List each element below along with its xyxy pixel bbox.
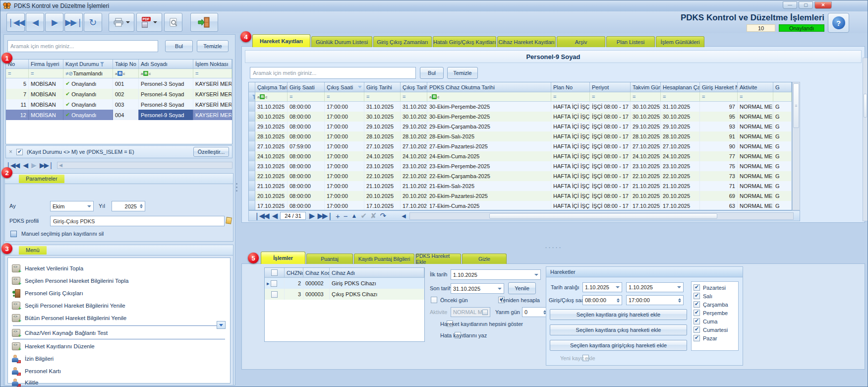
filter-cell[interactable]: ≠ ⊘ Tamamlandı xyxy=(63,69,113,78)
time-in-spinner-arrows[interactable] xyxy=(617,298,620,303)
filter-cell[interactable]: = xyxy=(193,69,232,78)
pager-append-icon[interactable]: + xyxy=(336,212,340,220)
add-exit-movement-button[interactable]: Seçilen kayıtlara çıkış hareketi ekle xyxy=(550,324,687,335)
row-handle[interactable] xyxy=(249,131,255,141)
column-header-10[interactable]: Hesaplanan Çalışma xyxy=(661,82,700,92)
menu-item-7[interactable]: Hareket Kayıtlarını Düzenle xyxy=(12,341,226,352)
last-date-caret[interactable] xyxy=(498,288,502,290)
equals-filter-icon[interactable]: = xyxy=(289,94,292,100)
panel-vscroll-thumb[interactable] xyxy=(864,94,867,118)
tab-bottom-2[interactable]: Puantaj xyxy=(306,254,353,264)
equals-filter-icon[interactable]: = xyxy=(553,94,556,100)
horizontal-splitter[interactable]: ····· xyxy=(545,243,562,251)
table-row[interactable]: 24.10.202508:00:0017:00:0024.10.202524.1… xyxy=(249,151,792,161)
table-row[interactable]: 29.10.202508:00:0017:00:0029.10.202529.1… xyxy=(249,122,792,131)
movements-grid-hscrollbar[interactable] xyxy=(409,212,794,220)
refresh-dates-button[interactable]: Yenile xyxy=(508,282,536,294)
print-button[interactable] xyxy=(109,13,134,32)
filter-cell[interactable]: aBc xyxy=(113,69,139,78)
row-handle[interactable] xyxy=(249,102,255,112)
filter-cell[interactable] xyxy=(773,92,792,102)
print-preview-button[interactable] xyxy=(164,13,182,32)
tab-bottom-3[interactable]: Kayıtlı Puantaj Bilgileri xyxy=(354,254,414,264)
weekday-checkbox[interactable] xyxy=(694,326,700,333)
equals-filter-icon[interactable]: = xyxy=(31,70,34,76)
row-checkbox[interactable] xyxy=(271,291,278,298)
column-header-12[interactable]: Aktivite xyxy=(738,82,773,92)
filter-cell[interactable]: = xyxy=(364,92,401,102)
nav-prev-icon[interactable]: ◀ xyxy=(23,161,27,169)
equals-filter-icon[interactable]: = xyxy=(195,70,198,76)
half-day-spinner[interactable]: 0 xyxy=(522,307,549,317)
menu-item-5[interactable]: Bütün Personel Hareket Bilgilerini Yenil… xyxy=(12,313,226,323)
column-filter-icon[interactable] xyxy=(100,62,105,66)
profile-edit-icon[interactable] xyxy=(226,217,232,224)
row-handle[interactable] xyxy=(249,201,255,210)
tab-top-4[interactable]: Hatalı Giriş/Çıkış Kayıtları xyxy=(433,36,496,47)
vertical-splitter[interactable] xyxy=(235,183,237,198)
time-out-spinner[interactable]: 17:00:00 xyxy=(626,295,684,305)
pager-delete-icon[interactable]: − xyxy=(344,212,348,220)
tab-top-1[interactable]: Hareket Kayıtları xyxy=(252,34,310,47)
filter-cell[interactable]: = xyxy=(551,92,590,102)
column-header-11[interactable]: Giriş Hareket No xyxy=(700,82,738,92)
menu-item-10[interactable]: Kilitle xyxy=(12,377,226,387)
time-in-spinner[interactable]: 08:00:00 xyxy=(582,295,622,305)
table-row[interactable]: 11MOBİSAN✔Onaylandı003Personel-8 SoyadKA… xyxy=(6,99,232,110)
menu-more-button[interactable] xyxy=(217,321,226,329)
pager-next-icon[interactable]: ▶ xyxy=(309,211,314,220)
delete-plans-icon[interactable] xyxy=(10,231,17,237)
column-header-3[interactable]: Kayıt Durumu xyxy=(63,60,113,69)
row-handle[interactable] xyxy=(249,171,255,181)
table-row[interactable]: 12MOBİSAN✔Onaylandı004Personel-9 SoyadKA… xyxy=(6,110,232,120)
remove-filter-icon[interactable]: × xyxy=(9,148,12,155)
row-handle[interactable] xyxy=(249,141,255,151)
row-handle[interactable] xyxy=(249,112,255,122)
column-header-7[interactable]: Plan No xyxy=(551,82,590,92)
row-handle[interactable] xyxy=(249,191,255,201)
column-header-4[interactable]: Giriş Tarihi xyxy=(364,82,401,92)
equals-filter-icon[interactable]: = xyxy=(327,94,330,100)
help-button[interactable]: ? xyxy=(828,13,849,33)
exit-button[interactable] xyxy=(190,13,218,32)
menu-item-9[interactable]: Personel Kartı xyxy=(12,366,226,377)
table-row[interactable]: 23.10.202508:00:0017:00:0023.10.202523.1… xyxy=(249,161,792,171)
table-row[interactable]: 31.10.202508:00:0017:00:0031.10.202531.1… xyxy=(249,102,792,112)
tab-bottom-1[interactable]: İşlemler xyxy=(261,252,305,264)
filter-cell[interactable]: = xyxy=(401,92,427,102)
equals-filter-icon[interactable]: = xyxy=(592,94,595,100)
row-handle[interactable] xyxy=(249,161,255,171)
table-row[interactable]: 27.10.202507:59:0017:00:0027.10.202527.1… xyxy=(249,141,792,151)
delete-plans-label[interactable]: Manuel seçilmiş plan kayıtlarını sil xyxy=(21,231,104,237)
hscroll-left-arrow-icon[interactable]: ◀ xyxy=(59,163,62,168)
pager-post-icon[interactable]: ✔ xyxy=(360,211,367,220)
column-header-13[interactable]: G xyxy=(773,82,792,92)
filter-enabled-checkbox[interactable] xyxy=(16,149,23,155)
equals-filter-icon[interactable]: = xyxy=(740,94,743,100)
filter-cell[interactable]: = xyxy=(29,69,63,78)
panel-vscrollbar[interactable] xyxy=(863,58,868,221)
menu-item-8[interactable]: İzin Bilgileri xyxy=(12,353,226,364)
select-all-header[interactable] xyxy=(265,268,285,278)
pager-last-icon[interactable]: ▶▶❘ xyxy=(317,211,332,220)
menu-item-6[interactable]: Cihaz/Veri Kaynağı Bağlantı Test xyxy=(12,327,226,338)
movements-find-button[interactable]: Bul xyxy=(420,67,444,79)
tab-top-3[interactable]: Giriş Çıkış Zamanları xyxy=(373,36,432,47)
filter-cell[interactable]: = xyxy=(661,92,700,102)
year-spinner-arrows[interactable] xyxy=(140,204,143,208)
filter-cell[interactable]: = xyxy=(325,92,364,102)
print-dropdown-caret[interactable] xyxy=(126,21,130,23)
first-date-combo[interactable]: 1.10.2025 xyxy=(451,269,541,280)
filter-cell[interactable]: aBc xyxy=(427,92,551,102)
date-to-combo[interactable]: 1.10.2025 xyxy=(626,282,684,292)
personnel-search-input[interactable] xyxy=(7,40,158,52)
row-select-cell[interactable]: ▸ xyxy=(265,278,285,289)
equals-filter-icon[interactable]: = xyxy=(702,94,705,100)
weekday-checkbox[interactable] xyxy=(694,310,700,316)
filter-cell[interactable]: = xyxy=(738,92,773,102)
column-header-5[interactable]: Adı Soyadı xyxy=(139,60,193,69)
first-date-caret[interactable] xyxy=(534,274,538,276)
row-handle[interactable] xyxy=(249,122,255,131)
text-filter-icon[interactable]: aBc xyxy=(429,94,439,99)
filter-cell[interactable]: aBc xyxy=(139,69,193,78)
